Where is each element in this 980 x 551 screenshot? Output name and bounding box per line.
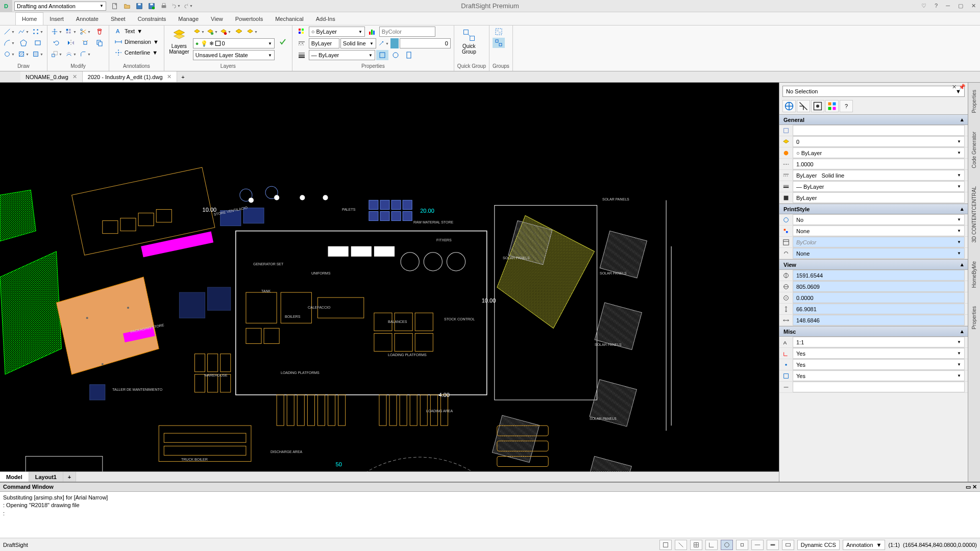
- prop-misc5[interactable]: [793, 382, 965, 392]
- section-view[interactable]: View▴: [779, 259, 968, 270]
- prop-blank-val[interactable]: [793, 125, 965, 136]
- color-dropdown[interactable]: ○ ByLayer▼: [309, 27, 365, 37]
- doctab-0-close[interactable]: ✕: [72, 73, 77, 80]
- prop-width[interactable]: 148.6846: [793, 315, 965, 325]
- prop-chart-icon[interactable]: [366, 27, 378, 37]
- selection-dropdown[interactable]: No Selection▼: [782, 86, 965, 97]
- prop-match-icon[interactable]: ▼: [377, 38, 389, 48]
- prop-tool-2[interactable]: [389, 50, 402, 60]
- prop-panel-close-icon[interactable]: ✕: [952, 84, 957, 90]
- minimize-icon[interactable]: ─: [944, 3, 952, 9]
- menu-view[interactable]: View: [205, 12, 229, 25]
- section-misc[interactable]: Misc▴: [779, 326, 968, 337]
- prop-table[interactable]: ByColor▼: [793, 237, 965, 247]
- copy-tool[interactable]: [93, 38, 106, 48]
- arc-tool[interactable]: ▼: [3, 38, 15, 48]
- prop-toolbar-2[interactable]: [797, 100, 810, 112]
- print-icon[interactable]: [159, 2, 168, 11]
- ungroup-button[interactable]: [493, 38, 505, 48]
- prop-centery[interactable]: 805.0609: [793, 281, 965, 292]
- prop-toolbar-3[interactable]: [811, 100, 824, 112]
- text-button[interactable]: AText▼: [112, 27, 161, 36]
- prop-tool-1[interactable]: [376, 50, 388, 60]
- sheet-tab-layout1[interactable]: Layout1: [29, 472, 63, 482]
- prop-height[interactable]: 66.9081: [793, 304, 965, 314]
- prop-panel-pin-icon[interactable]: 📌: [959, 84, 966, 90]
- prop-toolbar-help[interactable]: ?: [840, 100, 853, 112]
- prop-linetype-icon[interactable]: [296, 38, 308, 48]
- polyline-tool[interactable]: ▼: [17, 27, 30, 37]
- status-toggle-1[interactable]: [659, 540, 672, 550]
- close-icon[interactable]: ✕: [969, 3, 978, 9]
- bycolor-input[interactable]: [379, 27, 435, 37]
- undo-button[interactable]: ▼: [172, 2, 181, 11]
- doctab-0[interactable]: NONAME_0.dwg ✕: [20, 71, 83, 82]
- menu-home[interactable]: Home: [15, 12, 43, 25]
- prop-lineweight-icon[interactable]: [296, 50, 308, 60]
- dimension-button[interactable]: Dimension▼: [112, 37, 161, 46]
- save-as-icon[interactable]: [147, 2, 156, 11]
- prop-linescale[interactable]: 1.0000: [793, 159, 965, 169]
- cmd-close-icon[interactable]: ✕: [972, 484, 977, 490]
- region-tool[interactable]: ▼: [32, 49, 44, 59]
- prop-ucsicon[interactable]: Yes▼: [793, 348, 965, 359]
- menu-sheet[interactable]: Sheet: [105, 12, 132, 25]
- prop-centerx[interactable]: 1591.6544: [793, 270, 965, 281]
- prop-toolbar-4[interactable]: [825, 100, 839, 112]
- layer-btn-4[interactable]: [233, 27, 245, 37]
- section-printstyle[interactable]: PrintStyle▴: [779, 204, 968, 214]
- open-file-icon[interactable]: [122, 2, 132, 11]
- transparency-input[interactable]: [400, 38, 451, 48]
- sidebar-tab-properties[interactable]: Properties: [970, 86, 978, 117]
- layer-btn-3[interactable]: ▼: [219, 27, 232, 37]
- menu-addins[interactable]: Add-Ins: [310, 12, 341, 25]
- menu-powertools[interactable]: Powertools: [229, 12, 269, 25]
- prop-centerz[interactable]: 0.0000: [793, 292, 965, 303]
- chamfer-tool[interactable]: ▼: [79, 49, 91, 59]
- status-annotation-dropdown[interactable]: Annotation▼: [843, 540, 886, 550]
- quick-group-button[interactable]: Quick Group: [457, 27, 481, 56]
- layers-manager-button[interactable]: Layers Manager: [167, 27, 191, 56]
- sheet-tab-model[interactable]: Model: [0, 472, 29, 482]
- trim-tool[interactable]: ▼: [79, 27, 91, 37]
- prop-plot[interactable]: No▼: [793, 214, 965, 225]
- prop-layer[interactable]: 0▼: [793, 136, 965, 147]
- status-dyn-toggle[interactable]: [782, 540, 794, 550]
- new-file-icon[interactable]: [110, 2, 119, 11]
- cmd-min-icon[interactable]: ▭: [966, 484, 971, 490]
- status-osnap-toggle[interactable]: [736, 540, 748, 550]
- prop-attached[interactable]: None▼: [793, 248, 965, 259]
- prop-annoscale[interactable]: 1:1▼: [793, 337, 965, 347]
- doctab-add[interactable]: +: [177, 71, 189, 82]
- prop-style[interactable]: None▼: [793, 226, 965, 236]
- linetype1-dropdown[interactable]: ByLayer: [309, 38, 339, 48]
- sidebar-tab-properties2[interactable]: Properties: [970, 302, 978, 334]
- menu-annotate[interactable]: Annotate: [70, 12, 105, 25]
- layer-current-dropdown[interactable]: ●💡❄0 ▼: [193, 38, 275, 48]
- scale-tool[interactable]: ▼: [51, 49, 63, 59]
- status-lwt-toggle[interactable]: [767, 540, 779, 550]
- status-otrack-toggle[interactable]: [751, 540, 764, 550]
- section-general[interactable]: General▴: [779, 114, 968, 125]
- doctab-1[interactable]: 2020 - Industry A_edit (1).dwg ✕: [83, 71, 177, 82]
- redo-button[interactable]: ▼: [184, 2, 193, 11]
- command-output[interactable]: Substituting [arsimp.shx] for [Arial Nar…: [0, 492, 980, 538]
- sidebar-tab-homebyme[interactable]: HomeByMe: [970, 257, 978, 292]
- prop-ucsvp[interactable]: Yes▼: [793, 370, 965, 381]
- favorite-icon[interactable]: ♡: [919, 3, 928, 9]
- prop-material[interactable]: ByLayer: [793, 192, 965, 203]
- polygon-tool[interactable]: [17, 38, 30, 48]
- delete-tool[interactable]: [93, 27, 106, 37]
- menu-insert[interactable]: Insert: [43, 12, 70, 25]
- maximize-icon[interactable]: ▢: [956, 3, 965, 9]
- centerline-button[interactable]: Centerline▼: [112, 48, 161, 57]
- rotate-tool[interactable]: [51, 38, 63, 48]
- doctab-1-close[interactable]: ✕: [167, 73, 172, 80]
- point-tool[interactable]: ▼: [32, 27, 44, 37]
- layer-btn-2[interactable]: ▼: [206, 27, 218, 37]
- menu-constraints[interactable]: Constraints: [132, 12, 173, 25]
- offset-tool[interactable]: ▼: [65, 49, 77, 59]
- sheet-tab-add[interactable]: +: [63, 472, 76, 482]
- sidebar-tab-codegen[interactable]: Code Generator: [970, 128, 978, 172]
- group-button[interactable]: [493, 27, 505, 37]
